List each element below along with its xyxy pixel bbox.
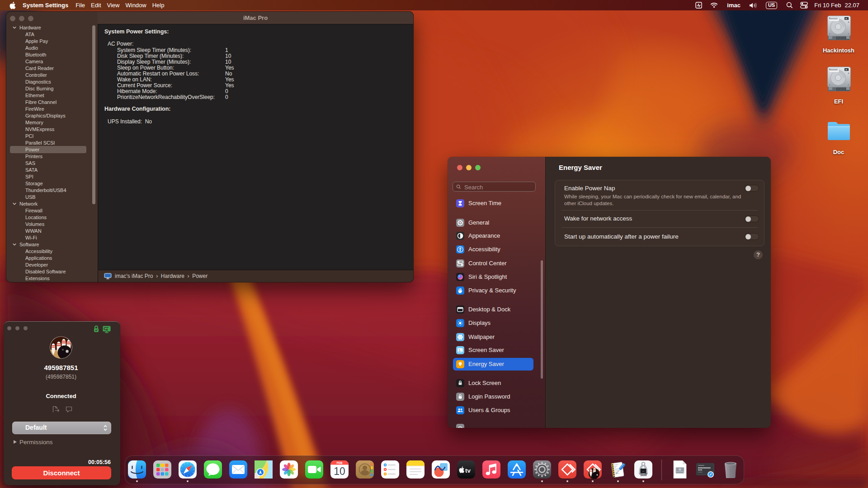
svg-text:FEB: FEB	[337, 461, 343, 465]
svg-text:10: 10	[334, 465, 345, 477]
svg-text:tv: tv	[465, 467, 471, 474]
svg-text:IC: IC	[642, 470, 645, 472]
